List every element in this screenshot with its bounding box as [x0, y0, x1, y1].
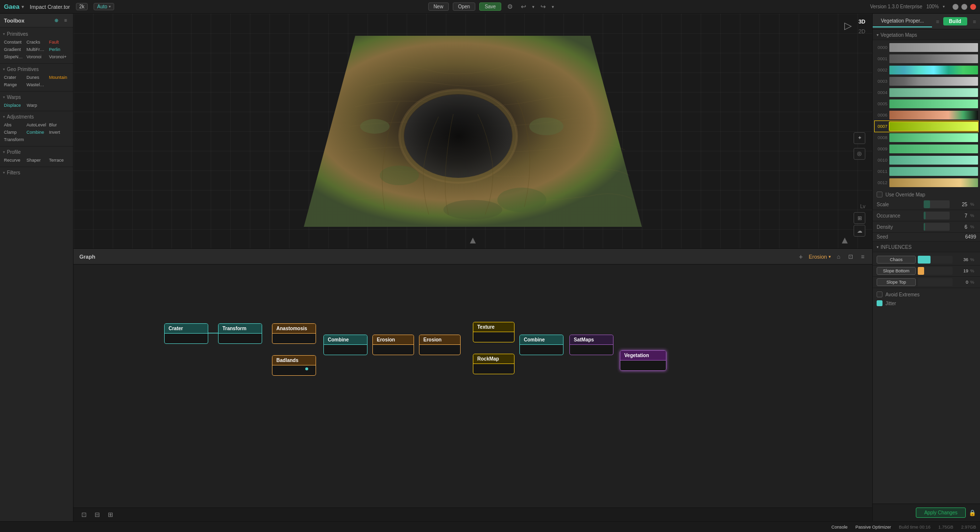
props-menu-icon[interactable]: ≡	[932, 16, 943, 27]
warps-section-header[interactable]: ▾ Warps	[0, 93, 73, 101]
viewport-resize-bl[interactable]	[470, 238, 476, 244]
props-build-menu-icon[interactable]: ≡	[969, 16, 980, 27]
open-button[interactable]: Open	[453, 2, 475, 11]
graph-zoom-fit-button[interactable]: ⊡	[79, 510, 89, 519]
influence-chaos-bar[interactable]	[918, 256, 953, 264]
tool-blur[interactable]: Blur	[48, 121, 70, 128]
tool-cracks[interactable]: Cracks	[25, 39, 48, 46]
cloud-icon-btn[interactable]: ☁	[854, 225, 865, 237]
graph-home-button[interactable]: ⌂	[835, 252, 842, 261]
tool-abs[interactable]: Abs	[3, 121, 25, 128]
viewport-resize-br[interactable]	[842, 238, 848, 244]
tool-autolevel[interactable]: AutoLevel	[25, 121, 48, 128]
avoid-extremes-checkbox[interactable]	[877, 291, 882, 297]
geo-primitives-section-header[interactable]: ▾ Geo Primitives	[0, 65, 73, 73]
zoom-arrow[interactable]: ▾	[943, 4, 945, 9]
veg-map-row-0007[interactable]: 0007	[875, 121, 978, 132]
tool-combine[interactable]: Combine	[25, 129, 48, 136]
influence-slope-bottom-bar[interactable]	[918, 267, 953, 275]
save-options-button[interactable]: ⚙	[505, 2, 515, 11]
veg-map-row-0008[interactable]: 0008	[875, 132, 978, 143]
node-satmaps[interactable]: SatMaps	[569, 335, 613, 355]
redo-arrow[interactable]: ▾	[550, 3, 556, 10]
influences-section-header[interactable]: ▾ INFLUENCES	[873, 242, 980, 252]
props-scroll-area[interactable]: ▾ Vegetation Maps 0000 0001 0002	[873, 29, 980, 504]
density-bar[interactable]	[924, 223, 950, 231]
node-texture[interactable]: Texture	[473, 322, 514, 342]
veg-map-row-0009[interactable]: 0009	[875, 144, 978, 154]
node-combine2[interactable]: Combine	[519, 335, 564, 355]
graph-canvas[interactable]: Crater Transform Anastomosis	[74, 265, 872, 521]
node-transform[interactable]: Transform	[218, 323, 262, 344]
tab-vegetation-properties[interactable]: Vegetation Proper...	[873, 15, 932, 27]
toolbox-scroll-area[interactable]: ▾ Primitives Constant Cracks Fault Gradi…	[0, 27, 73, 521]
add-node-button[interactable]: +	[797, 252, 805, 262]
veg-map-row-0004[interactable]: 0004	[875, 87, 978, 98]
build-button[interactable]: Build	[943, 17, 967, 25]
scale-bar[interactable]	[924, 200, 950, 208]
tool-multifractal[interactable]: MultiFractal	[25, 46, 48, 53]
node-anastomosis[interactable]: Anastomosis	[272, 323, 316, 344]
tool-fault[interactable]: Fault	[48, 39, 70, 46]
node-crater[interactable]: Crater	[164, 323, 208, 344]
viewport[interactable]: 3D 2D ✦ ◎ Lv ▷ ⊞ ☁	[74, 14, 872, 249]
lock-icon[interactable]: 🔒	[969, 509, 976, 516]
veg-map-row-0012[interactable]: 0012	[875, 177, 978, 188]
sun-icon-btn[interactable]: ✦	[854, 132, 865, 144]
tool-range[interactable]: Range	[3, 81, 25, 88]
tool-constant[interactable]: Constant	[3, 39, 25, 46]
save-button[interactable]: Save	[479, 2, 501, 11]
node-vegetation[interactable]: Vegetation	[620, 350, 666, 371]
auto-badge[interactable]: Auto ▾	[94, 3, 114, 10]
tool-shaper[interactable]: Shaper	[25, 157, 48, 164]
primitives-section-header[interactable]: ▾ Primitives	[0, 29, 73, 38]
tool-gradient[interactable]: Gradient	[3, 46, 25, 53]
tool-perlin[interactable]: Perlin	[48, 46, 70, 53]
undo-button[interactable]: ↩	[519, 2, 528, 11]
undo-arrow[interactable]: ▾	[530, 3, 537, 10]
tool-clamp[interactable]: Clamp	[3, 129, 25, 136]
maximize-button[interactable]	[961, 4, 967, 10]
node-rockmap[interactable]: RockMap	[473, 354, 514, 374]
override-checkbox[interactable]	[877, 192, 882, 197]
app-dropdown-arrow[interactable]: ▾	[22, 4, 24, 9]
close-button[interactable]	[970, 4, 976, 10]
graph-lock-button[interactable]: ⊡	[846, 252, 855, 261]
influence-chaos-btn[interactable]: Chaos	[877, 256, 916, 264]
passive-optimizer-status[interactable]: Passive Optimizer	[856, 525, 891, 530]
viewport-3d-label[interactable]: 3D	[858, 19, 865, 24]
graph-mode-badge[interactable]: Erosion ▾	[808, 254, 831, 260]
toolbox-pin-button[interactable]: ⊕	[52, 17, 60, 24]
tool-wastelands[interactable]: Wastelands	[25, 81, 48, 88]
toolbox-menu-button[interactable]: ≡	[62, 17, 69, 24]
grid-icon-btn[interactable]: ⊞	[854, 212, 865, 224]
app-logo[interactable]: Gaea ▾	[4, 3, 24, 10]
zoom-label[interactable]: 100%	[926, 4, 939, 9]
veg-map-row-0006[interactable]: 0006	[875, 110, 978, 121]
graph-menu-button[interactable]: ≡	[859, 252, 866, 261]
console-status[interactable]: Console	[832, 525, 848, 530]
new-button[interactable]: New	[428, 2, 449, 11]
tool-invert[interactable]: Invert	[48, 129, 70, 136]
veg-map-row-0010[interactable]: 0010	[875, 155, 978, 166]
tool-slopenoise[interactable]: SlopeNoise	[3, 53, 25, 60]
redo-button[interactable]: ↪	[539, 2, 548, 11]
node-badlands[interactable]: Badlands	[272, 355, 316, 376]
apply-changes-button[interactable]: Apply Changes	[916, 508, 966, 518]
occurance-bar[interactable]	[924, 212, 950, 219]
tool-voronoi[interactable]: Voronoi	[25, 53, 48, 60]
node-erosion2[interactable]: Erosion	[419, 335, 461, 355]
profile-section-header[interactable]: ▾ Profile	[0, 147, 73, 156]
vegetation-maps-section-header[interactable]: ▾ Vegetation Maps	[873, 29, 980, 40]
node-combine1[interactable]: Combine	[323, 335, 368, 355]
viewport-2d-label[interactable]: 2D	[858, 28, 865, 34]
tool-dunes[interactable]: Dunes	[25, 74, 48, 81]
jitter-checkbox[interactable]: ✓	[877, 300, 882, 306]
graph-expand-button[interactable]: ⊞	[106, 510, 115, 519]
minimize-button[interactable]	[953, 4, 958, 10]
tool-recurve[interactable]: Recurve	[3, 157, 25, 164]
tool-warp[interactable]: Warp	[26, 102, 38, 109]
graph-layout-button[interactable]: ⊟	[93, 510, 102, 519]
tool-voronoi-plus[interactable]: Voronoi+	[48, 53, 70, 60]
veg-map-row-0000[interactable]: 0000	[875, 42, 978, 53]
